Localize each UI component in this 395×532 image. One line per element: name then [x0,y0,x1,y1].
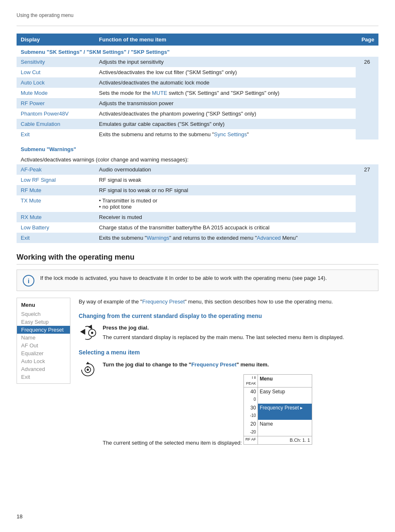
screen-mockup: I IIPEAK Menu 400 Easy Setup 30-10 Frequ… [243,374,312,445]
cell-display: Phantom Power48V [17,108,95,119]
warnings-intro-text: Activates/deactivates warnings (color ch… [17,154,378,164]
cell-function: Audio overmodulation [95,164,356,175]
sidebar-item-easy-setup[interactable]: Easy Setup [17,318,70,326]
submenu-warnings-heading-row: Submenu "Warnings" [17,143,378,154]
page-number-sk: 26 [356,57,378,140]
table-row: Sensitivity Adjusts the input sensitivit… [17,57,378,67]
cell-function: Activates/deactivates the phantom poweri… [95,108,356,119]
step-press-result: The current standard display is replaced… [103,334,344,340]
page-number-bottom: 18 [17,513,22,520]
menu-sidebar: Menu Squelch Easy Setup Frequency Preset… [17,298,70,384]
cell-function: Charge status of the transmitter battery… [95,222,356,233]
cell-function: Actives/deactivates the low cut filter (… [95,67,356,77]
step-press-text: Press the jog dial. The current standard… [103,324,344,342]
sync-settings-link: Sync Settings [214,131,247,137]
sidebar-item-frequency-preset[interactable]: Frequency Preset [17,326,70,334]
cell-function: Transmitter is muted or no pilot tone [95,195,356,212]
screen-frequency-preset: Frequency Preset ▸ [258,404,312,420]
screen-level-20: 20-20 [244,420,258,436]
warnings-link: Warnings [147,235,169,241]
table-row: Phantom Power48V Activates/deactivates t… [17,108,378,119]
spacer-row [17,140,378,143]
right-content: By way of example of the "Frequency Pres… [79,298,378,453]
selecting-subsection-title: Selecting a menu item [79,348,378,357]
sidebar-item-af-out[interactable]: AF Out [17,342,70,349]
page-number-warnings: 27 [356,164,378,243]
col-page-header: Page [356,34,378,46]
cell-display: Exit [17,129,95,140]
submenu-sk-heading: Submenu "SK Settings" / "SKM Settings" /… [17,46,378,57]
screen-indicators: I IIPEAK [244,375,258,387]
cell-display: Cable Emulation [17,119,95,129]
svg-point-2 [91,332,93,334]
tx-mute-list: Transmitter is muted or no pilot tone [99,197,352,210]
step-turn-result: The current setting of the selected menu… [103,440,242,446]
advanced-link: Advanced [257,235,281,241]
cell-display: Low Cut [17,67,95,77]
sidebar-item-squelch[interactable]: Squelch [17,310,70,318]
tx-mute-item-1: Transmitter is muted or [99,197,352,204]
table-row: Mute Mode Sets the mode for the MUTE swi… [17,88,378,98]
menu-sidebar-title: Menu [17,301,70,310]
col-display-header: Display [17,34,95,46]
cell-display: RF Mute [17,185,95,195]
step-press-action: Press the jog dial. [103,324,344,332]
cell-function: Adjusts the input sensitivity [95,57,356,67]
cell-function: Activates/deactivates the automatic lock… [95,77,356,88]
step-turn-text: Turn the jog dial to change to the "Freq… [103,361,312,448]
cell-function: Exits the submenu "Warnings" and returns… [95,233,356,243]
cell-display: TX Mute [17,195,95,212]
tx-mute-item-2: no pilot tone [99,204,352,210]
main-table: Display Function of the menu item Page S… [17,34,378,243]
svg-point-6 [87,366,89,368]
table-row: AF-Peak Audio overmodulation 27 [17,164,378,175]
cell-display: Low RF Signal [17,175,95,185]
sidebar-item-name[interactable]: Name [17,334,70,342]
info-box-text: If the lock mode is activated, you have … [40,274,327,282]
cell-function: Sets the mode for the MUTE switch ("SK S… [95,88,356,98]
svg-marker-0 [80,329,85,335]
screen-level-10: RF AF [244,436,258,445]
screen-name: Name [258,420,312,436]
sidebar-item-auto-lock[interactable]: Auto Lock [17,357,70,365]
table-row: RF Power Adjusts the transmission power [17,98,378,108]
screen-level-30: 30-10 [244,404,258,420]
cell-function: RF signal is weak [95,175,356,185]
jog-turn-icon [79,361,97,379]
cell-function: Emulates guitar cable capacities ("SK Se… [95,119,356,129]
table-row: Exit Exits the submenu "Warnings" and re… [17,233,378,243]
screen-level-40: 400 [244,387,258,404]
cell-display: RF Power [17,98,95,108]
sidebar-item-exit[interactable]: Exit [17,373,70,381]
jog-press-icon [79,324,97,342]
cell-display: AF-Peak [17,164,95,175]
cell-display: Exit [17,233,95,243]
working-section-title: Working with the operating menu [17,253,378,265]
cell-function: Receiver is muted [95,212,356,222]
info-box: i If the lock mode is activated, you hav… [17,270,378,291]
col-function-header: Function of the menu item [95,34,356,46]
bottom-area: Menu Squelch Easy Setup Frequency Preset… [17,298,378,453]
table-row: RX Mute Receiver is muted [17,212,378,222]
cell-function: Exits the submenu and returns to the sub… [95,129,356,140]
cell-function: Adjusts the transmission power [95,98,356,108]
frequency-preset-link-step: Frequency Preset [191,361,236,368]
table-row: Auto Lock Activates/deactivates the auto… [17,77,378,88]
step-turn-jog: Turn the jog dial to change to the "Freq… [79,361,378,448]
table-row: TX Mute Transmitter is muted or no pilot… [17,195,378,212]
screen-easy-setup: Easy Setup [258,387,312,404]
mute-link: MUTE [152,90,167,96]
table-row: Exit Exits the submenu and returns to th… [17,129,378,140]
sidebar-item-advanced[interactable]: Advanced [17,365,70,373]
submenu-sk-heading-row: Submenu "SK Settings" / "SKM Settings" /… [17,46,378,57]
table-row: RF Mute RF signal is too weak or no RF s… [17,185,378,195]
table-row: Low Cut Actives/deactivates the low cut … [17,67,378,77]
table-row: Low RF Signal RF signal is weak [17,175,378,185]
svg-marker-3 [86,361,90,364]
table-row: Low Battery Charge status of the transmi… [17,222,378,233]
step-turn-action: Turn the jog dial to change to the "Freq… [103,361,312,369]
sidebar-item-equalizer[interactable]: Equalizer [17,349,70,357]
screen-menu-label: Menu [258,375,312,387]
frequency-preset-link-intro: Frequency Preset [142,298,185,305]
cell-function: RF signal is too weak or no RF signal [95,185,356,195]
